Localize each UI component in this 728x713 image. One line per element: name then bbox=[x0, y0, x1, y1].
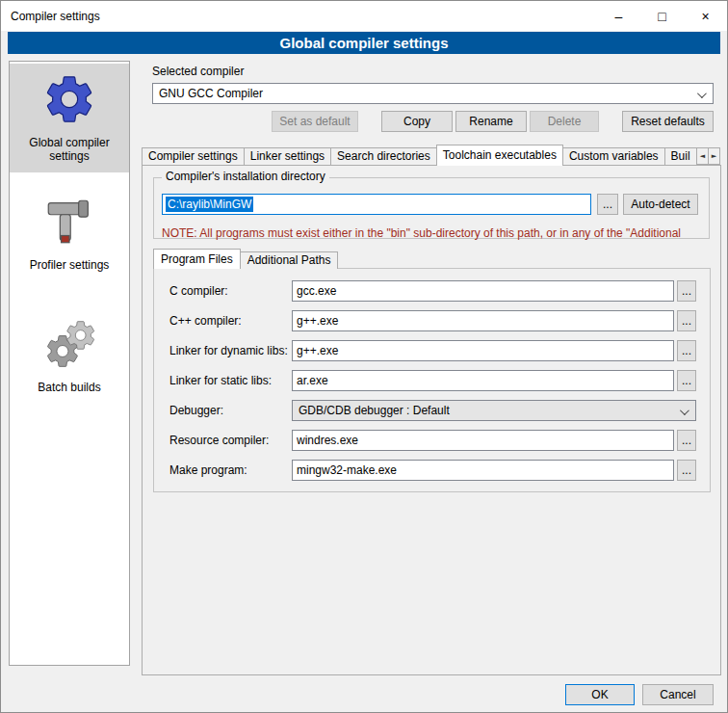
installation-directory-input[interactable]: C:\raylib\MinGW bbox=[162, 194, 591, 215]
bin-subdirectory-note: NOTE: All programs must exist either in … bbox=[162, 226, 705, 240]
cpp-compiler-label: C++ compiler: bbox=[169, 314, 292, 328]
field-row-static-linker: Linker for static libs: ... bbox=[169, 370, 696, 391]
settings-category-list: Global compiler settings Profiler settin… bbox=[9, 61, 130, 666]
c-compiler-label: C compiler: bbox=[169, 284, 292, 298]
tab-build-truncated[interactable]: Buil bbox=[664, 147, 696, 166]
program-files-panel: C compiler: ... C++ compiler: ... Linker… bbox=[153, 268, 711, 492]
chevron-down-icon bbox=[680, 406, 689, 415]
field-row-debugger: Debugger: GDB/CDB debugger : Default bbox=[169, 400, 696, 421]
sidebar-item-profiler-settings[interactable]: Profiler settings bbox=[10, 186, 129, 281]
compiler-settings-window: Compiler settings – □ × Global compiler … bbox=[0, 0, 728, 713]
static-linker-input[interactable] bbox=[292, 370, 674, 391]
page-title: Global compiler settings bbox=[8, 32, 720, 54]
selected-compiler-label: Selected compiler bbox=[152, 65, 244, 78]
resource-compiler-label: Resource compiler: bbox=[169, 434, 292, 447]
reset-defaults-button[interactable]: Reset defaults bbox=[622, 111, 714, 132]
installation-directory-group: Compiler's installation directory C:\ray… bbox=[153, 177, 710, 239]
debugger-select-value: GDB/CDB debugger : Default bbox=[299, 404, 450, 417]
minimize-button[interactable]: – bbox=[597, 1, 640, 31]
field-row-dynamic-linker: Linker for dynamic libs: ... bbox=[169, 340, 696, 361]
static-linker-browse-button[interactable]: ... bbox=[677, 370, 696, 391]
dynamic-linker-input[interactable] bbox=[292, 340, 674, 361]
sidebar-item-global-compiler-settings[interactable]: Global compiler settings bbox=[10, 64, 129, 172]
field-row-resource-compiler: Resource compiler: ... bbox=[169, 430, 696, 451]
make-program-browse-button[interactable]: ... bbox=[677, 460, 696, 481]
delete-button[interactable]: Delete bbox=[530, 111, 599, 132]
window-title: Compiler settings bbox=[11, 10, 100, 23]
subtab-strip: Program Files Additional Paths bbox=[153, 249, 337, 269]
installation-directory-group-label: Compiler's installation directory bbox=[162, 170, 329, 183]
gear-blue-icon bbox=[41, 71, 97, 127]
compiler-select[interactable]: GNU GCC Compiler bbox=[152, 83, 714, 104]
auto-detect-button[interactable]: Auto-detect bbox=[623, 194, 698, 215]
tab-linker-settings[interactable]: Linker settings bbox=[244, 147, 331, 166]
sidebar-item-label: Batch builds bbox=[38, 381, 100, 394]
title-bar: Compiler settings – □ × bbox=[1, 1, 727, 31]
make-program-label: Make program: bbox=[169, 463, 292, 477]
maximize-button[interactable]: □ bbox=[640, 1, 684, 31]
static-linker-label: Linker for static libs: bbox=[169, 374, 292, 387]
cpp-compiler-input[interactable] bbox=[292, 310, 674, 331]
set-as-default-button[interactable]: Set as default bbox=[272, 111, 358, 132]
debugger-label: Debugger: bbox=[169, 404, 292, 417]
make-program-input[interactable] bbox=[292, 460, 674, 481]
field-row-cpp-compiler: C++ compiler: ... bbox=[169, 310, 696, 331]
profiler-tool-icon bbox=[41, 194, 97, 250]
program-files-fields: C compiler: ... C++ compiler: ... Linker… bbox=[154, 269, 710, 481]
sidebar-item-label: Global compiler settings bbox=[12, 136, 127, 163]
cancel-button[interactable]: Cancel bbox=[642, 684, 714, 705]
toolchain-executables-panel: Compiler's installation directory C:\ray… bbox=[142, 165, 721, 675]
tab-custom-variables[interactable]: Custom variables bbox=[562, 147, 665, 166]
dynamic-linker-label: Linker for dynamic libs: bbox=[169, 344, 292, 357]
c-compiler-browse-button[interactable]: ... bbox=[677, 280, 696, 302]
field-row-c-compiler: C compiler: ... bbox=[169, 280, 696, 302]
rename-button[interactable]: Rename bbox=[455, 111, 527, 132]
sidebar-item-batch-builds[interactable]: Batch builds bbox=[10, 308, 129, 404]
cpp-compiler-browse-button[interactable]: ... bbox=[677, 310, 696, 331]
subtab-additional-paths[interactable]: Additional Paths bbox=[240, 251, 339, 269]
installation-directory-browse-button[interactable]: ... bbox=[597, 194, 618, 215]
ok-button[interactable]: OK bbox=[565, 684, 635, 705]
tab-scroll-buttons: ◄ ► bbox=[696, 147, 719, 165]
dynamic-linker-browse-button[interactable]: ... bbox=[677, 340, 696, 361]
resource-compiler-input[interactable] bbox=[292, 430, 674, 451]
tab-strip: Compiler settings Linker settings Search… bbox=[142, 145, 696, 166]
tab-search-directories[interactable]: Search directories bbox=[330, 147, 437, 166]
field-row-make-program: Make program: ... bbox=[169, 460, 696, 481]
tab-scroll-right-icon[interactable]: ► bbox=[708, 147, 720, 165]
tab-compiler-settings[interactable]: Compiler settings bbox=[142, 147, 245, 166]
compiler-select-value: GNU GCC Compiler bbox=[159, 87, 263, 100]
tab-toolchain-executables[interactable]: Toolchain executables bbox=[436, 145, 563, 166]
c-compiler-input[interactable] bbox=[292, 280, 674, 302]
copy-button[interactable]: Copy bbox=[381, 111, 453, 132]
chevron-down-icon bbox=[697, 89, 707, 98]
sidebar-item-label: Profiler settings bbox=[30, 258, 110, 272]
batch-builds-gears-icon bbox=[41, 316, 97, 372]
subtab-program-files[interactable]: Program Files bbox=[153, 249, 241, 269]
close-button[interactable]: × bbox=[684, 1, 727, 31]
window-controls: – □ × bbox=[597, 1, 727, 31]
resource-compiler-browse-button[interactable]: ... bbox=[677, 430, 696, 451]
installation-directory-selected-text: C:\raylib\MinGW bbox=[166, 197, 253, 212]
debugger-select[interactable]: GDB/CDB debugger : Default bbox=[292, 400, 696, 421]
